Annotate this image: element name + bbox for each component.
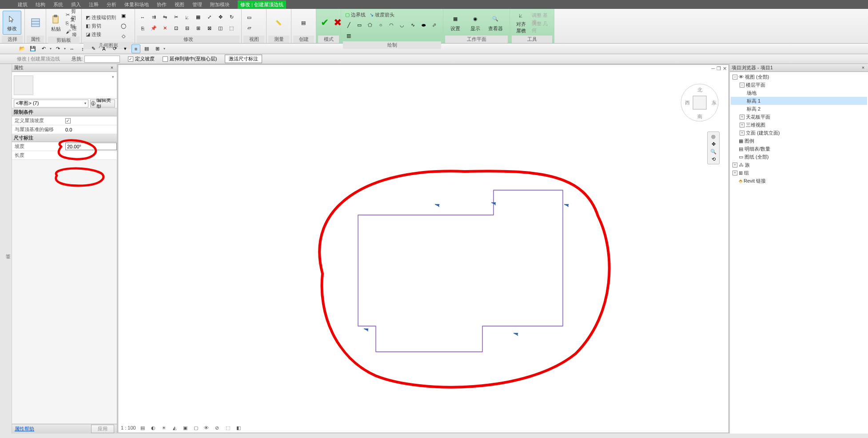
tree-site[interactable]: 场地 <box>731 89 867 97</box>
visual-style[interactable]: ◐ <box>149 424 157 432</box>
copy2-button[interactable]: ⎘ <box>138 24 147 33</box>
delete-button[interactable]: ✕ <box>160 24 170 33</box>
view-a[interactable]: ▭ <box>244 13 254 23</box>
prop-define-slope-checkbox[interactable]: ✓ <box>65 118 71 123</box>
mod-b[interactable]: ⊟ <box>182 24 192 33</box>
measure-button[interactable]: 📏 <box>269 11 288 35</box>
geom-c-button[interactable]: ◇ <box>119 31 128 41</box>
qat-d[interactable]: A <box>100 44 108 53</box>
qat-f[interactable]: ▾ <box>121 44 130 53</box>
qat-e[interactable]: ⟳ <box>110 44 119 53</box>
mod-e[interactable]: ◫ <box>215 24 225 33</box>
tree-sched[interactable]: ▤明细表/数量 <box>731 145 867 153</box>
apply-button[interactable]: 应用 <box>91 425 114 433</box>
mod-a[interactable]: ⊡ <box>171 24 181 33</box>
qat-redo-arrow[interactable]: ▾ <box>64 47 66 51</box>
qat-redo[interactable]: ↷ <box>53 44 62 53</box>
draw-spline[interactable]: ∿ <box>408 20 418 30</box>
geom-b-button[interactable]: ◯ <box>119 21 128 31</box>
draw-line[interactable]: ╱ <box>344 20 354 30</box>
modify-tool-button[interactable]: 修改 <box>3 11 21 35</box>
qat-a[interactable]: ↔ <box>68 44 76 53</box>
qat-open[interactable]: 📂 <box>18 44 27 53</box>
navigation-bar[interactable]: ◎ ✥ 🔍 ⟲ <box>707 131 720 164</box>
match-button[interactable]: 🖌连接 <box>64 28 79 36</box>
tree-floor-plans[interactable]: −楼层平面 <box>731 81 867 89</box>
tree-level2[interactable]: 标高 2 <box>731 105 867 113</box>
menu-analyze[interactable]: 分析 <box>107 1 116 8</box>
tree-legend[interactable]: ▦图例 <box>731 137 867 145</box>
tree-families[interactable]: +🝆族 <box>731 161 867 169</box>
menu-sys[interactable]: 系统 <box>53 1 63 8</box>
qat-undo-arrow[interactable]: ▾ <box>50 47 52 51</box>
align-button[interactable]: ↔ <box>138 12 147 22</box>
wheel-icon[interactable]: ◎ <box>711 134 716 139</box>
close-view-icon[interactable]: ✕ <box>723 66 727 72</box>
prop-offset-value[interactable]: 0.0 <box>64 127 117 132</box>
menu-manage[interactable]: 管理 <box>192 1 202 8</box>
viewer-button[interactable]: 🔍查看器 <box>486 11 505 35</box>
browser-title[interactable]: 项目浏览器 - 项目1 × <box>730 64 868 72</box>
detail-level[interactable]: ▤ <box>139 424 147 432</box>
pin-button[interactable]: 📌 <box>149 24 159 33</box>
viewcube[interactable]: 北南西东 <box>680 83 720 123</box>
shadow[interactable]: ◭ <box>171 424 179 432</box>
props-help-link[interactable]: 属性帮助 <box>15 426 34 432</box>
trim-button[interactable]: ⟀ <box>182 12 192 22</box>
draw-circ[interactable]: ○ <box>376 20 386 30</box>
show-plane-button[interactable]: ◉显示 <box>466 11 485 35</box>
scale-button[interactable]: ⤢ <box>204 12 214 22</box>
slope-arrow-button[interactable]: ↘坡度箭头 <box>368 11 396 19</box>
tree-links[interactable]: ⬘Revit 链接 <box>731 177 867 185</box>
menu-view[interactable]: 视图 <box>175 1 184 8</box>
tree-sheets[interactable]: ▭图纸 (全部) <box>731 153 867 161</box>
menu-struct[interactable]: 结构 <box>36 1 45 8</box>
define-slope-checkbox[interactable]: ✓ <box>128 56 133 62</box>
paste-button[interactable]: 粘贴 <box>49 11 63 35</box>
tree-3d[interactable]: +三维视图 <box>731 121 867 129</box>
qat-b[interactable]: ↕ <box>78 44 87 53</box>
chevron-down-icon[interactable]: ▾ <box>112 75 114 79</box>
menu-collab[interactable]: 协作 <box>157 1 167 8</box>
hide-a[interactable]: 👁 <box>203 424 211 432</box>
close-icon[interactable]: × <box>860 65 866 71</box>
overhang-field[interactable] <box>84 56 120 63</box>
sun-path[interactable]: ☀ <box>160 424 168 432</box>
array-button[interactable]: ▦ <box>193 12 203 22</box>
menu-insert[interactable]: 插入 <box>71 1 81 8</box>
zoom-icon[interactable]: 🔍 <box>710 149 717 155</box>
crop-a[interactable]: ▣ <box>181 424 189 432</box>
draw-rect[interactable]: ▭ <box>354 20 364 30</box>
menu-context[interactable]: 修改 | 创建屋顶边线 <box>238 0 286 9</box>
mod-d[interactable]: ⊠ <box>204 24 214 33</box>
draw-pickwall[interactable]: ▥ <box>344 31 354 40</box>
mod-c[interactable]: ⊞ <box>193 24 203 33</box>
drawing-canvas[interactable]: ─ ❐ ✕ <box>118 64 729 433</box>
offset-button[interactable]: ⇉ <box>149 12 159 22</box>
mirror-button[interactable]: ⇋ <box>160 12 170 22</box>
join-geom-button[interactable]: ◪连接 <box>84 30 117 38</box>
move-button[interactable]: ✥ <box>215 12 225 22</box>
join-cut-button[interactable]: ◩连接端切割 <box>84 13 117 21</box>
instance-filter-combo[interactable]: <草图> (7)▾ <box>14 100 88 108</box>
pan-icon[interactable]: ✥ <box>712 141 716 147</box>
cut-geom-button[interactable]: ◧剪切 <box>84 22 117 30</box>
hide-b[interactable]: ⊘ <box>213 424 221 432</box>
menu-mass[interactable]: 体量和场地 <box>124 1 149 8</box>
menu-annot[interactable]: 注释 <box>89 1 99 8</box>
constraints-header[interactable]: 限制条件 <box>12 108 117 116</box>
draw-pick[interactable]: ⬀ <box>429 20 439 30</box>
qat-thin[interactable]: ≡ <box>131 44 140 53</box>
tree-views[interactable]: −👁视图 (全部) <box>731 73 867 81</box>
boundary-button[interactable]: ▢边界线 <box>344 11 367 19</box>
extend-checkbox[interactable] <box>163 56 168 62</box>
draw-arc2[interactable]: ◡ <box>397 20 407 30</box>
min-icon[interactable]: ─ <box>711 66 715 72</box>
properties-title[interactable]: 属性 × <box>12 64 117 72</box>
mod-f[interactable]: ⬚ <box>227 24 236 33</box>
vc-b[interactable]: ◧ <box>235 424 243 432</box>
create-button[interactable]: ▤ <box>294 11 313 35</box>
edit-type-button[interactable]: 🛈编辑类型 <box>90 100 115 108</box>
rotate-button[interactable]: ↻ <box>227 12 236 22</box>
tree-groups[interactable]: +⊞组 <box>731 169 867 177</box>
